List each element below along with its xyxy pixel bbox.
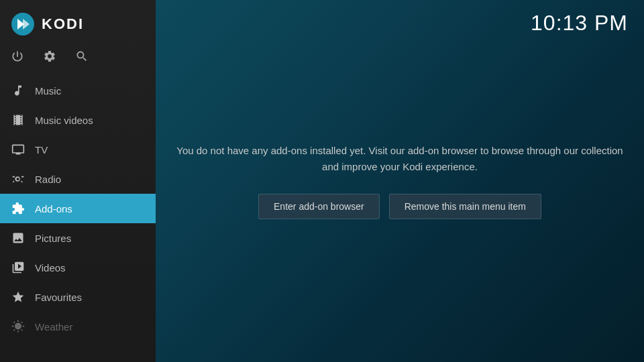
power-button[interactable] bbox=[11, 50, 24, 66]
sidebar-item-favourites[interactable]: Favourites bbox=[0, 282, 156, 312]
utility-icons-row bbox=[0, 46, 156, 76]
nav-menu: Music Music videos TV Radio bbox=[0, 76, 156, 362]
pictures-icon bbox=[11, 231, 25, 245]
main-content: 10:13 PM You do not have any add-ons ins… bbox=[156, 0, 644, 362]
settings-button[interactable] bbox=[43, 50, 56, 66]
weather-icon bbox=[11, 319, 25, 334]
sidebar-item-videos-label: Videos bbox=[35, 262, 66, 274]
main-message-text: You do not have any add-ons installed ye… bbox=[172, 143, 628, 175]
favourites-icon bbox=[11, 290, 25, 304]
sidebar-item-pictures-label: Pictures bbox=[35, 233, 71, 244]
app-title: KODI bbox=[42, 15, 84, 33]
tv-icon bbox=[11, 142, 25, 157]
music-icon bbox=[11, 83, 25, 98]
action-buttons: Enter add-on browser Remove this main me… bbox=[258, 194, 541, 219]
sidebar-item-music-videos[interactable]: Music videos bbox=[0, 105, 156, 135]
kodi-logo-icon bbox=[11, 12, 35, 36]
sidebar-item-videos[interactable]: Videos bbox=[0, 253, 156, 282]
radio-icon bbox=[11, 172, 25, 186]
search-button[interactable] bbox=[75, 50, 89, 66]
sidebar-item-music[interactable]: Music bbox=[0, 76, 156, 105]
app-header: KODI bbox=[0, 0, 156, 46]
sidebar: KODI Music Music videos bbox=[0, 0, 156, 362]
sidebar-item-tv-label: TV bbox=[35, 144, 48, 156]
sidebar-item-music-label: Music bbox=[35, 85, 61, 97]
sidebar-item-radio[interactable]: Radio bbox=[0, 164, 156, 194]
sidebar-item-add-ons[interactable]: Add-ons bbox=[0, 194, 156, 223]
sidebar-item-favourites-label: Favourites bbox=[35, 292, 82, 303]
sidebar-item-music-videos-label: Music videos bbox=[35, 115, 93, 126]
sidebar-item-weather[interactable]: Weather bbox=[0, 312, 156, 341]
sidebar-item-tv[interactable]: TV bbox=[0, 135, 156, 164]
sidebar-item-add-ons-label: Add-ons bbox=[35, 203, 72, 215]
music-videos-icon bbox=[11, 113, 25, 127]
enter-addon-browser-button[interactable]: Enter add-on browser bbox=[258, 194, 380, 219]
sidebar-item-pictures[interactable]: Pictures bbox=[0, 223, 156, 253]
sidebar-item-radio-label: Radio bbox=[35, 174, 61, 185]
sidebar-item-weather-label: Weather bbox=[35, 321, 72, 333]
add-ons-icon bbox=[11, 201, 25, 216]
remove-menu-item-button[interactable]: Remove this main menu item bbox=[389, 194, 541, 219]
clock-display: 10:13 PM bbox=[531, 11, 628, 36]
videos-icon bbox=[11, 260, 25, 275]
